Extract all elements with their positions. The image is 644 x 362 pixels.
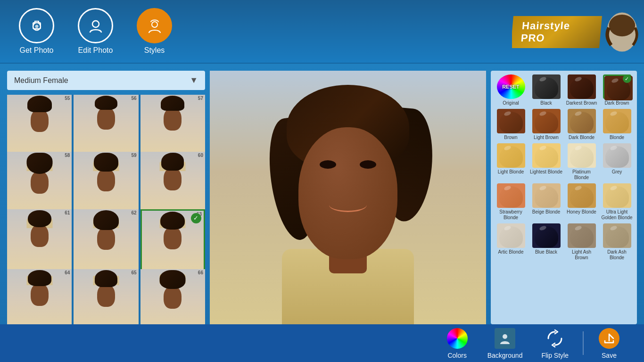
colors-panel: RESET Original Black Darkest Brown [491, 71, 637, 324]
toolbar-divider [583, 331, 584, 355]
color-swatch-darkest-brown[interactable]: Darkest Brown [565, 74, 598, 106]
edit-photo-icon [78, 8, 113, 43]
preview-panel [210, 71, 486, 324]
nav-styles[interactable]: Styles [137, 8, 172, 55]
color-swatch-blonde[interactable]: Blonde [601, 109, 633, 140]
color-swatch-lightest-blonde[interactable]: Lightest Blonde [530, 143, 562, 181]
styles-panel: Medium Female ▼ 55 56 57 [7, 71, 205, 324]
nav-get-photo[interactable]: Get Photo [19, 8, 54, 55]
edit-photo-label: Edit Photo [78, 46, 113, 55]
color-swatch-reset[interactable]: RESET Original [495, 74, 527, 106]
color-swatch-dark-blonde[interactable]: Dark Blonde [565, 109, 598, 140]
styles-icon [137, 8, 172, 43]
colors-button[interactable]: Colors [437, 323, 478, 362]
svg-point-3 [92, 21, 99, 27]
color-swatch-grey[interactable]: Grey [601, 143, 633, 181]
save-button[interactable]: Save [588, 323, 630, 362]
bottom-toolbar: Colors Background Flip Style [0, 324, 644, 362]
color-swatch-light-brown[interactable]: Light Brown [530, 109, 562, 140]
get-photo-icon [19, 8, 54, 43]
style-thumb-64[interactable]: 64 [7, 269, 72, 324]
svg-point-6 [609, 15, 635, 36]
color-swatch-black[interactable]: Black [530, 74, 562, 106]
background-button[interactable]: Background [478, 323, 532, 362]
background-icon [494, 327, 516, 350]
flip-style-label: Flip Style [541, 352, 569, 359]
color-swatch-blue-black[interactable]: Blue Black [530, 223, 562, 261]
style-category-selected: Medium Female [14, 76, 68, 85]
color-swatch-dark-ash-blonde[interactable]: Dark Ash Blonde [601, 223, 633, 261]
save-icon [598, 327, 620, 350]
colors-icon [446, 327, 469, 350]
style-thumbnails-grid: 55 56 57 58 [7, 95, 205, 324]
logo-area: Hairstyle PRO [512, 0, 644, 64]
colors-label: Colors [447, 352, 466, 359]
svg-point-8 [503, 334, 507, 339]
color-swatch-dark-brown[interactable]: ✓ Dark Brown [601, 74, 633, 106]
color-swatch-beige-blonde[interactable]: Beige Blonde [530, 183, 562, 221]
main-content: Medium Female ▼ 55 56 57 [0, 64, 644, 324]
color-swatch-strawberry-blonde[interactable]: Strawberry Blonde [495, 183, 527, 221]
app-title: Hairstyle PRO [512, 16, 602, 48]
header: Get Photo Edit Photo Styles Hairstyle PR… [0, 0, 644, 64]
svg-point-2 [35, 25, 38, 28]
styles-label: Styles [144, 46, 165, 55]
style-thumb-65[interactable]: 65 [74, 269, 138, 324]
nav-edit-photo[interactable]: Edit Photo [78, 8, 113, 55]
color-swatch-brown[interactable]: Brown [495, 109, 527, 140]
style-category-dropdown[interactable]: Medium Female ▼ [7, 71, 205, 90]
color-swatch-artic-blonde[interactable]: Artic Blonde [495, 223, 527, 261]
flip-icon [544, 327, 566, 350]
color-swatch-light-blonde[interactable]: Light Blonde [495, 143, 527, 181]
background-label: Background [487, 352, 523, 359]
svg-point-4 [152, 22, 157, 27]
color-swatch-ultra-light-golden-blonde[interactable]: Ultra Light Golden Blonde [601, 183, 633, 221]
color-swatch-platinum-blonde[interactable]: Platinum Blonde [565, 143, 598, 181]
style-thumb-66[interactable]: 66 [140, 269, 205, 324]
person-preview [210, 71, 486, 324]
color-swatch-honey-blonde[interactable]: Honey Blonde [565, 183, 598, 221]
get-photo-label: Get Photo [19, 46, 53, 55]
dropdown-arrow-icon: ▼ [190, 75, 198, 85]
save-label: Save [602, 352, 617, 359]
color-swatch-light-ash-brown[interactable]: Light Ash Brown [565, 223, 598, 261]
flip-style-button[interactable]: Flip Style [532, 323, 578, 362]
